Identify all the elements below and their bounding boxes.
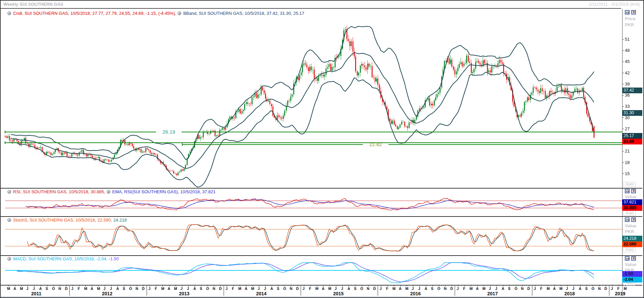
candle [499,60,500,64]
candle [222,128,223,130]
value-badge: 24.69 [622,139,642,144]
minimize-panel-icon[interactable]: ▭ [625,10,630,14]
candle [175,173,176,174]
candle [240,109,241,113]
candle [30,144,31,146]
candle [256,93,257,98]
rsi-indicator-icon[interactable] [7,190,11,194]
candle [64,153,65,154]
candle [567,88,568,94]
candle [53,152,54,154]
candle [327,67,328,69]
month-label: O [206,287,209,291]
month-label: F [463,287,465,291]
price-tick [622,62,624,62]
candle [373,77,374,77]
month-label: J [104,287,106,291]
horizontal-scrollbar[interactable] [1,297,643,298]
month-label: J [71,287,73,291]
candle [440,88,441,93]
main-panel-legend[interactable]: Cndl, SUI SOUTHERN GAS, 10/5/2018, 27.77… [7,11,304,16]
month-label: J [412,287,414,291]
rsi-panel-legend[interactable]: RSI, SUI SOUTHERN GAS, 10/5/2018, 30.885… [7,189,216,194]
candle [326,68,327,74]
stoch-panel-legend[interactable]: StochS, SUI SOUTHERN GAS, 10/5/2018, 22.… [7,218,127,223]
month-label: S [354,287,356,291]
macd-panel-legend[interactable]: MACD, SUI SOUTHERN GAS, 10/5/2018, -2.04… [7,256,119,261]
month-label: J [418,287,420,291]
close-panel-icon[interactable]: ✕ [631,256,636,261]
macd-indicator-icon[interactable] [7,257,11,261]
candle [576,89,577,89]
price-tick-label: 45 [625,59,630,64]
candle-indicator-icon[interactable] [7,11,11,15]
year-separator [224,286,224,296]
stoch-d-legend-text[interactable]: 24.218 [113,218,127,223]
candle [216,135,217,136]
candle [148,149,149,150]
year-separator [455,286,455,296]
candle [552,92,553,93]
candle [258,95,259,98]
close-panel-icon[interactable]: ✕ [631,218,636,222]
price-tick [622,173,624,174]
candle [460,62,461,64]
main-axis-auto-button[interactable]: Auto [623,182,636,187]
macd-signal-legend-text[interactable]: -1.50 [109,256,119,261]
candle [244,104,245,109]
macd-legend-text[interactable]: MACD, SUI SOUTHERN GAS, 10/5/2018, -2.04… [13,256,107,261]
month-label: A [39,287,42,291]
bband-legend-text[interactable]: BBand, SUI SOUTHERN GAS, 10/5/2018, 37.4… [183,11,304,16]
candle [6,137,7,138]
stoch-indicator-icon[interactable] [7,218,11,222]
candle [33,144,34,145]
candle-legend-text[interactable]: Cndl, SUI SOUTHERN GAS, 10/5/2018, 27.77… [13,11,176,16]
candle [250,104,251,104]
candle [514,102,515,107]
month-label: M [469,287,472,291]
candle [407,126,408,128]
month-label: A [322,287,325,291]
candle [268,101,269,101]
price-tick-label: 15 [625,171,630,176]
candle [182,169,183,171]
bband-indicator-icon[interactable] [178,11,181,15]
candle [376,78,377,81]
rsi-ema-legend-text[interactable]: EMA, RSI(SUI SOUTHERN GAS), 10/5/2018, 3… [112,189,216,194]
rsi-legend-text[interactable]: RSI, SUI SOUTHERN GAS, 10/5/2018, 30.885… [13,189,105,194]
candle [462,62,463,67]
month-label: A [90,287,93,291]
minimize-panel-icon[interactable]: ▭ [625,189,630,193]
candle [132,144,133,146]
year-separator [609,286,609,296]
candle [107,160,108,160]
minimize-panel-icon[interactable]: ▭ [625,218,630,222]
month-label: J [380,287,382,291]
candle [400,125,401,127]
close-panel-icon[interactable]: ✕ [631,10,636,14]
year-label: 2017 [487,291,498,296]
year-separator [301,286,301,296]
candle [367,64,368,69]
candle [271,104,272,106]
close-panel-icon[interactable]: ✕ [631,189,636,193]
candle [108,160,109,162]
stoch-legend-text[interactable]: StochS, SUI SOUTHERN GAS, 10/5/2018, 22.… [13,218,112,223]
month-label: J [335,287,337,291]
month-label: A [168,287,171,291]
stoch-axis-auto-button[interactable]: Auto [623,247,636,252]
candle [209,134,210,134]
price-tick [622,84,624,84]
minimize-panel-icon[interactable]: ▭ [625,256,630,261]
candle [200,137,201,139]
candle [151,153,152,154]
month-label: F [309,287,311,291]
candle [565,88,566,93]
candle [472,72,473,73]
chart-canvas[interactable]: 26.1922.82 [1,1,643,297]
candle [259,95,260,95]
candle [486,63,487,63]
xaxis-divider [1,285,642,286]
rsi-axis-auto-button[interactable]: Auto [623,211,636,216]
rsi-ema-indicator-icon[interactable] [107,190,110,194]
